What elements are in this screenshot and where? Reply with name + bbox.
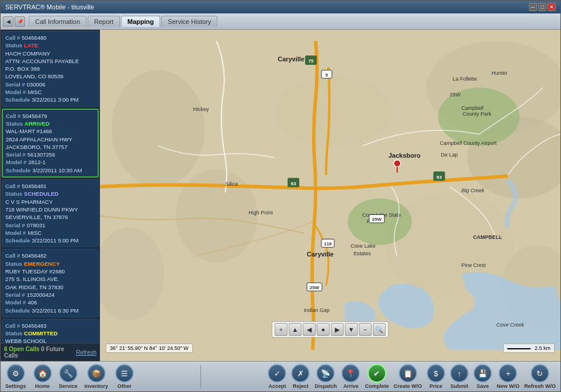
other-label: Other bbox=[117, 383, 131, 389]
tab-service-history[interactable]: Service History bbox=[161, 16, 217, 27]
svg-text:63: 63 bbox=[291, 181, 296, 186]
new_wo-icon: + bbox=[498, 364, 517, 383]
calls-list[interactable]: Call # 50456480 Status LATE HACH COMPANY… bbox=[1, 30, 100, 343]
pan-down-button[interactable]: ▼ bbox=[345, 323, 358, 336]
tool-other[interactable]: ☰ Other bbox=[115, 364, 134, 389]
tab-report[interactable]: Report bbox=[88, 16, 120, 27]
tab-mapping[interactable]: Mapping bbox=[121, 16, 160, 27]
price-icon: $ bbox=[427, 364, 445, 383]
settings-icon: ⚙ bbox=[6, 364, 25, 383]
svg-text:Cove Creek: Cove Creek bbox=[496, 322, 524, 328]
svg-point-4 bbox=[112, 70, 205, 186]
tab-call-information[interactable]: Call Information bbox=[29, 16, 86, 27]
svg-text:25W: 25W bbox=[372, 217, 382, 222]
tool-reject[interactable]: ✗ Reject bbox=[291, 364, 310, 389]
back-button[interactable]: ◀ bbox=[3, 16, 13, 27]
svg-point-8 bbox=[275, 76, 391, 146]
tool-refresh_wo[interactable]: ↻ Refresh W/O bbox=[524, 364, 556, 389]
refresh_wo-icon: ↻ bbox=[531, 364, 549, 383]
tab-bar: ◀ 📌 Call Information Report Mapping Serv… bbox=[1, 13, 560, 30]
map-scale: 2.5 km bbox=[503, 344, 555, 353]
tool-home[interactable]: 🏠 Home bbox=[33, 364, 52, 389]
svg-text:High Point: High Point bbox=[248, 210, 273, 216]
settings-label: Settings bbox=[5, 383, 26, 389]
complete-icon: ✔ bbox=[368, 364, 386, 383]
map-svg: Campbell County Park Cove Lake State Par… bbox=[100, 30, 560, 361]
open-calls-count: 6 Open Calls 0 Future Calls bbox=[4, 346, 76, 359]
refresh-button[interactable]: Refresh bbox=[76, 349, 96, 356]
call-card-call4[interactable]: Call # 50456482 Status EMERGENCY RUBY TU… bbox=[2, 249, 99, 317]
left-panel: Call # 50456480 Status LATE HACH COMPANY… bbox=[1, 30, 100, 361]
service-label: Service bbox=[59, 383, 78, 389]
svg-text:De Lap: De Lap bbox=[441, 152, 458, 158]
dispatch-icon: 📡 bbox=[316, 364, 335, 383]
window-title: SERVTRAC® Mobile - titusville bbox=[5, 4, 94, 11]
svg-text:116: 116 bbox=[324, 241, 332, 247]
svg-text:CAMPBELL: CAMPBELL bbox=[473, 234, 502, 240]
create_wo-label: Create W/O bbox=[393, 383, 422, 389]
other-icon: ☰ bbox=[115, 364, 134, 383]
tool-settings[interactable]: ⚙ Settings bbox=[5, 364, 26, 389]
map-controls: + ▲ ◀ ● ▶ ▼ − 🔍 bbox=[272, 321, 389, 338]
tool-complete[interactable]: ✔ Complete bbox=[365, 364, 389, 389]
toolbar-separator bbox=[200, 365, 201, 388]
create_wo-icon: 📋 bbox=[399, 364, 417, 383]
svg-text:9: 9 bbox=[325, 72, 328, 78]
map-area[interactable]: Campbell County Park Cove Lake State Par… bbox=[100, 30, 560, 361]
svg-text:Cove Lake: Cove Lake bbox=[351, 243, 376, 249]
svg-text:75: 75 bbox=[309, 58, 314, 64]
maximize-button[interactable]: □ bbox=[538, 3, 546, 11]
tool-save[interactable]: 💾 Save bbox=[473, 364, 492, 389]
main-content: Call # 50456480 Status LATE HACH COMPANY… bbox=[1, 30, 560, 361]
bottom-toolbar: ⚙ Settings 🏠 Home 🔧 Service 📦 Inventory … bbox=[1, 361, 560, 391]
minimize-button[interactable]: ─ bbox=[529, 3, 537, 11]
accept-icon: ✓ bbox=[268, 364, 286, 383]
new_wo-label: New W/O bbox=[497, 383, 520, 389]
home-label: Home bbox=[35, 383, 50, 389]
inventory-icon: 📦 bbox=[87, 364, 106, 383]
pan-right-button[interactable]: ▶ bbox=[331, 323, 344, 336]
tool-inventory[interactable]: 📦 Inventory bbox=[85, 364, 109, 389]
app-window: SERVTRAC® Mobile - titusville ─ □ ✕ ◀ 📌 … bbox=[0, 0, 561, 392]
map-coordinates: 36° 21' 55.90" N 84° 10' 24.50" W bbox=[106, 344, 193, 353]
tool-create_wo[interactable]: 📋 Create W/O bbox=[393, 364, 422, 389]
tool-dispatch[interactable]: 📡 Dispatch bbox=[314, 364, 337, 389]
svg-text:Big Creek: Big Creek bbox=[461, 188, 484, 194]
call-card-call1[interactable]: Call # 50456480 Status LATE HACH COMPANY… bbox=[2, 31, 99, 107]
svg-text:Hunter: Hunter bbox=[491, 70, 507, 76]
tool-price[interactable]: $ Price bbox=[427, 364, 445, 389]
zoom-in-button[interactable]: + bbox=[275, 323, 288, 336]
tool-arrive[interactable]: 📍 Arrive bbox=[341, 364, 360, 389]
center-button[interactable]: ● bbox=[317, 323, 330, 336]
svg-text:Pine Crest: Pine Crest bbox=[461, 262, 486, 268]
window-controls: ─ □ ✕ bbox=[529, 3, 556, 11]
svg-text:Campbell: Campbell bbox=[461, 105, 483, 111]
arrive-label: Arrive bbox=[343, 383, 358, 389]
complete-label: Complete bbox=[365, 383, 389, 389]
pan-left-button[interactable]: ◀ bbox=[303, 323, 316, 336]
svg-text:Campbell County Airport: Campbell County Airport bbox=[440, 140, 497, 146]
reject-icon: ✗ bbox=[291, 364, 310, 383]
pan-up-button[interactable]: ▲ bbox=[289, 323, 302, 336]
svg-text:County Park: County Park bbox=[462, 111, 491, 117]
tool-accept[interactable]: ✓ Accept bbox=[268, 364, 286, 389]
svg-text:25W: 25W bbox=[449, 92, 460, 98]
tool-service[interactable]: 🔧 Service bbox=[59, 364, 78, 389]
svg-text:Hickey: Hickey bbox=[193, 106, 209, 112]
search-map-button[interactable]: 🔍 bbox=[373, 323, 386, 336]
svg-text:Estates: Estates bbox=[354, 251, 371, 256]
submit-icon: ↑ bbox=[450, 364, 469, 383]
zoom-out-button[interactable]: − bbox=[359, 323, 372, 336]
reject-label: Reject bbox=[293, 383, 309, 389]
svg-text:Indian Gap: Indian Gap bbox=[304, 307, 330, 313]
nav-buttons: ◀ 📌 bbox=[3, 16, 25, 27]
call-card-call2[interactable]: Call # 50456479 Status ARRIVED WAL-MART … bbox=[2, 109, 99, 178]
tool-submit[interactable]: ↑ Submit bbox=[450, 364, 469, 389]
call-card-call5[interactable]: Call # 50456483 Status COMMITTED WEBB SC… bbox=[2, 319, 99, 343]
tool-new_wo[interactable]: + New W/O bbox=[497, 364, 520, 389]
close-button[interactable]: ✕ bbox=[548, 3, 556, 11]
call-card-call3[interactable]: Call # 50456481 Status SCHEDULED C V S P… bbox=[2, 179, 99, 247]
svg-text:Silica: Silica bbox=[225, 181, 237, 187]
pin-button[interactable]: 📌 bbox=[15, 16, 25, 27]
svg-point-50 bbox=[394, 160, 401, 167]
